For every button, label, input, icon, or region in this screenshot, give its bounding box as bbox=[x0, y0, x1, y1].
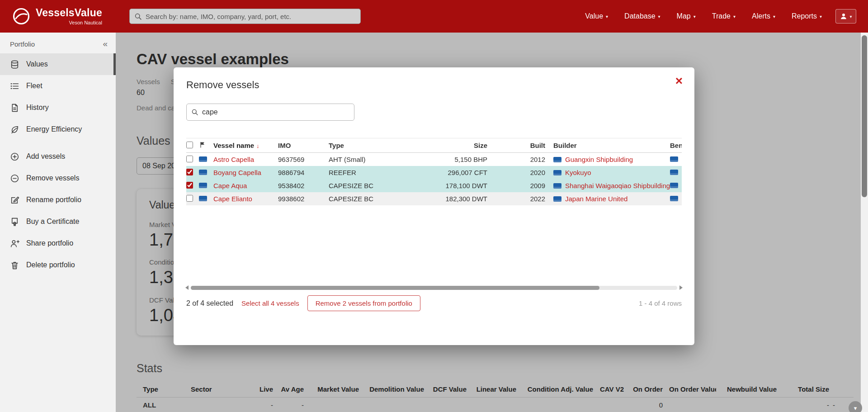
sidebar-item-buy-certificate[interactable]: Buy a Certificate bbox=[0, 211, 116, 232]
vessel-name-link[interactable]: Cape Elianto bbox=[213, 195, 278, 203]
chevron-down-icon: ▾ bbox=[773, 14, 775, 19]
sidebar-item-values[interactable]: Values bbox=[0, 53, 116, 75]
vertical-scrollbar-thumb[interactable] bbox=[862, 35, 867, 197]
search-icon bbox=[134, 13, 142, 20]
builder-link[interactable]: Japan Marine United bbox=[565, 195, 627, 203]
select-all-checkbox[interactable] bbox=[186, 142, 193, 148]
select-all-link[interactable]: Select all 4 vessels bbox=[241, 299, 299, 307]
col-beneficiary[interactable]: Ben bbox=[670, 142, 682, 149]
country-flag bbox=[199, 196, 207, 201]
modal-footer: 2 of 4 selected Select all 4 vessels Rem… bbox=[186, 295, 682, 311]
col-built[interactable]: Built bbox=[487, 142, 545, 149]
sidebar-item-share-portfolio[interactable]: Share portfolio bbox=[0, 232, 116, 254]
nav-alerts[interactable]: Alerts ▾ bbox=[752, 12, 775, 20]
sidebar-item-add-vessels[interactable]: Add vessels bbox=[0, 146, 116, 167]
vessel-imo: 9886794 bbox=[278, 169, 329, 176]
scrollbar-thumb[interactable] bbox=[191, 286, 599, 290]
vessel-name-link[interactable]: Astro Capella bbox=[213, 156, 278, 163]
vessel-name-link[interactable]: Boyang Capella bbox=[213, 169, 278, 176]
global-search-input[interactable] bbox=[146, 13, 356, 20]
sidebar-item-label: History bbox=[26, 104, 49, 112]
vessel-type: REEFER bbox=[329, 169, 400, 176]
search-icon bbox=[191, 109, 198, 116]
nav-database[interactable]: Database ▾ bbox=[624, 12, 660, 20]
share-user-icon bbox=[10, 239, 19, 248]
builder-link[interactable]: Kyokuyo bbox=[565, 169, 591, 176]
chevron-down-icon: ▾ bbox=[733, 14, 736, 19]
modal-title: Remove vessels bbox=[186, 79, 682, 91]
sidebar-item-rename-portfolio[interactable]: Rename portfolio bbox=[0, 189, 116, 211]
chevron-down-icon: ▾ bbox=[849, 14, 852, 19]
vessel-row-cape-aqua[interactable]: Cape Aqua 9538402 CAPESIZE BC 178,100 DW… bbox=[186, 179, 682, 192]
nav-map-label: Map bbox=[677, 12, 691, 20]
remove-circle-icon bbox=[10, 174, 19, 183]
col-vessel-name[interactable]: Vessel name↓ bbox=[213, 142, 278, 149]
values-icon bbox=[10, 60, 19, 69]
sidebar-title: Portfolio bbox=[10, 40, 35, 48]
sidebar-item-label: Energy Efficiency bbox=[26, 125, 82, 133]
brand-logo-link[interactable]: VesselsValue Veson Nautical bbox=[12, 7, 102, 26]
nav-value[interactable]: Value ▾ bbox=[585, 12, 608, 20]
builder-link[interactable]: Shanghai Waigaoqiao Shipbuilding bbox=[565, 182, 670, 189]
rows-count-text: 1 - 4 of 4 rows bbox=[639, 299, 682, 307]
row-checkbox[interactable] bbox=[186, 195, 193, 202]
remove-vessels-button[interactable]: Remove 2 vessels from portfolio bbox=[307, 295, 420, 311]
col-imo[interactable]: IMO bbox=[278, 142, 329, 149]
sidebar-item-fleet[interactable]: Fleet bbox=[0, 75, 116, 97]
sidebar-item-energy-efficiency[interactable]: Energy Efficiency bbox=[0, 118, 116, 140]
nav-alerts-label: Alerts bbox=[752, 12, 770, 20]
col-type[interactable]: Type bbox=[329, 142, 400, 149]
nav-trade[interactable]: Trade ▾ bbox=[712, 12, 736, 20]
sidebar-item-delete-portfolio[interactable]: Delete portfolio bbox=[0, 254, 116, 276]
vesselsvalue-logo-icon bbox=[12, 7, 31, 26]
sidebar-item-label: Rename portfolio bbox=[26, 196, 81, 204]
sidebar-item-history[interactable]: History bbox=[0, 97, 116, 118]
vessel-built: 2012 bbox=[487, 156, 545, 163]
vessel-size: 5,150 BHP bbox=[400, 156, 487, 163]
scroll-right-arrow[interactable] bbox=[679, 285, 683, 290]
sidebar-item-label: Add vessels bbox=[26, 152, 65, 161]
vessel-built: 2022 bbox=[487, 195, 545, 203]
vertical-scrollbar[interactable] bbox=[861, 33, 868, 412]
vessel-name-link[interactable]: Cape Aqua bbox=[213, 182, 278, 189]
brand-name: VesselsValue bbox=[36, 7, 102, 19]
scroll-left-arrow[interactable] bbox=[185, 285, 189, 290]
col-builder[interactable]: Builder bbox=[545, 142, 670, 149]
vessel-row-boyang-capella[interactable]: Boyang Capella 9886794 REEFER 296,007 CF… bbox=[186, 166, 682, 179]
remove-vessels-modal: Remove vessels × Vessel name↓ IMO Type S… bbox=[174, 67, 694, 345]
vessel-built: 2020 bbox=[487, 169, 545, 176]
energy-leaf-icon bbox=[10, 125, 19, 134]
flag-column-icon bbox=[199, 141, 206, 148]
close-icon[interactable]: × bbox=[675, 75, 683, 87]
beneficiary-flag bbox=[670, 156, 678, 162]
builder-link[interactable]: Guangxin Shipbuilding bbox=[565, 156, 633, 163]
nav-reports[interactable]: Reports ▾ bbox=[792, 12, 822, 20]
row-checkbox[interactable] bbox=[186, 156, 193, 162]
vessel-type: CAPESIZE BC bbox=[329, 195, 400, 203]
vessel-size: 182,300 DWT bbox=[400, 195, 487, 203]
scroll-down-button[interactable]: ▾ bbox=[849, 401, 862, 412]
vessel-row-astro-capella[interactable]: Astro Capella 9637569 AHT (Small) 5,150 … bbox=[186, 153, 682, 166]
vessel-imo: 9538402 bbox=[278, 182, 329, 189]
sidebar-item-label: Delete portfolio bbox=[26, 261, 75, 269]
sidebar-item-label: Fleet bbox=[26, 82, 42, 90]
chevron-down-icon: ▾ bbox=[693, 14, 696, 19]
trash-icon bbox=[10, 260, 19, 270]
country-flag bbox=[199, 156, 207, 162]
scrollbar-track[interactable] bbox=[191, 286, 677, 290]
beneficiary-flag bbox=[670, 196, 678, 201]
col-size[interactable]: Size bbox=[400, 142, 487, 149]
row-checkbox[interactable] bbox=[186, 182, 193, 189]
vessel-search-input[interactable] bbox=[202, 108, 349, 116]
builder-flag bbox=[553, 196, 561, 202]
nav-map[interactable]: Map ▾ bbox=[677, 12, 696, 20]
sidebar-item-remove-vessels[interactable]: Remove vessels bbox=[0, 167, 116, 189]
sidebar-header: Portfolio « bbox=[0, 33, 116, 53]
chevron-down-icon: ▾ bbox=[820, 14, 822, 19]
vessel-search bbox=[186, 104, 354, 121]
collapse-sidebar-icon[interactable]: « bbox=[103, 39, 108, 49]
row-checkbox[interactable] bbox=[186, 169, 193, 175]
sidebar-item-label: Values bbox=[26, 60, 48, 68]
vessel-row-cape-elianto[interactable]: Cape Elianto 9938602 CAPESIZE BC 182,300… bbox=[186, 192, 682, 205]
user-menu-button[interactable]: ▾ bbox=[835, 9, 856, 24]
